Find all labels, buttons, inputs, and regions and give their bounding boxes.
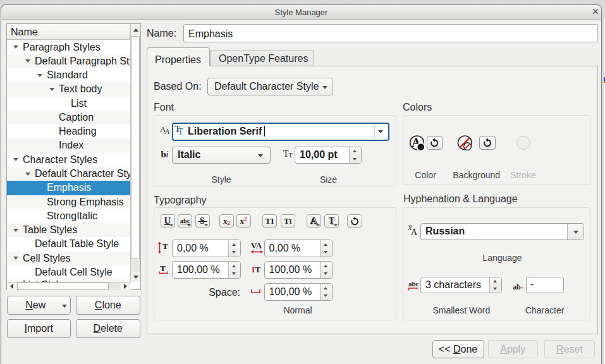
svg-text:T: T: [160, 264, 166, 273]
svg-text:abc: abc: [408, 280, 419, 288]
svg-text:T: T: [162, 241, 168, 251]
svg-text:VA: VA: [251, 241, 262, 250]
